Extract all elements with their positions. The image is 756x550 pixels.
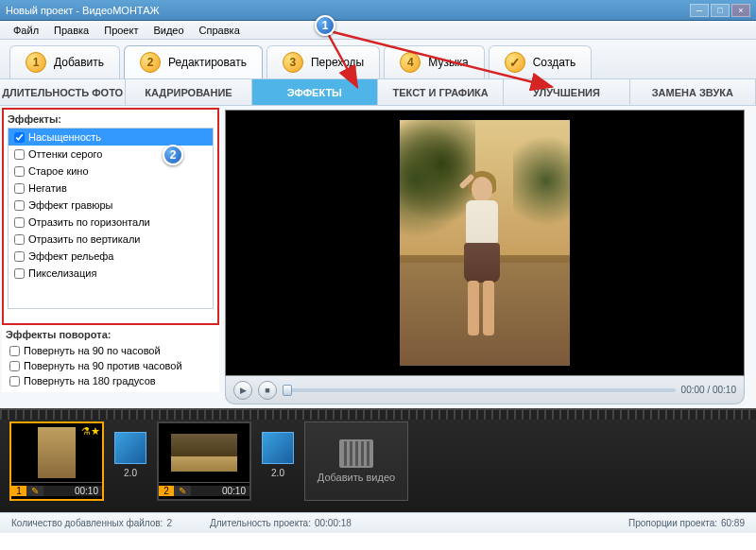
effects-list[interactable]: НасыщенностьОттенки серогоСтарое киноНег… <box>8 128 214 309</box>
clip-edit-icon[interactable]: ✎ <box>174 486 191 496</box>
effect-checkbox[interactable] <box>14 251 25 262</box>
timeline-transition-2[interactable]: 2.0 <box>257 421 299 478</box>
stop-button[interactable]: ■ <box>258 381 277 400</box>
effect-item[interactable]: Насыщенность <box>9 129 213 146</box>
effect-item[interactable]: Оттенки серого <box>9 146 213 163</box>
effects-title: Эффекты: <box>8 113 214 125</box>
player-controls: ▶ ■ 00:00 / 00:10 <box>225 376 745 404</box>
subtab-photo-duration[interactable]: ДЛИТЕЛЬНОСТЬ ФОТО <box>0 79 126 105</box>
effect-item[interactable]: Пикселизация <box>9 265 213 282</box>
effect-item[interactable]: Эффект рельефа <box>9 248 213 265</box>
timeline-clip-2[interactable]: 2 ✎ 00:10 <box>157 421 251 501</box>
rotation-item[interactable]: Повернуть на 90 против часовой <box>6 358 215 373</box>
effect-label: Отразить по вертикали <box>28 233 140 245</box>
effect-checkbox[interactable] <box>14 166 25 177</box>
tab-add[interactable]: 1 Добавить <box>9 45 120 78</box>
status-files-label: Количество добавленных файлов: <box>11 518 163 528</box>
effect-checkbox[interactable] <box>14 183 25 194</box>
add-video-button[interactable]: Добавить видео <box>304 421 408 501</box>
rotation-checkbox[interactable] <box>9 361 20 371</box>
menu-video[interactable]: Видео <box>146 23 191 38</box>
tab-music[interactable]: 4 Музыка <box>384 45 484 78</box>
effect-checkbox[interactable] <box>14 200 25 211</box>
statusbar: Количество добавленных файлов: 2 Длитель… <box>0 512 756 533</box>
subtab-effects[interactable]: ЭФФЕКТЫ <box>252 79 378 105</box>
clip-index: 1 <box>11 486 26 496</box>
menu-edit[interactable]: Правка <box>46 23 96 38</box>
transition-duration: 2.0 <box>271 468 284 478</box>
effect-checkbox[interactable] <box>14 132 25 143</box>
clip-time: 00:10 <box>191 486 249 496</box>
add-video-label: Добавить видео <box>318 472 395 483</box>
timeline-transition-1[interactable]: 2.0 <box>110 421 151 478</box>
tab-create-label: Создать <box>533 56 576 69</box>
effect-label: Старое кино <box>28 165 89 177</box>
timeline[interactable]: ⚗★ 1 ✎ 00:10 2.0 2 ✎ 00:10 2.0 Добавить … <box>0 408 756 512</box>
status-duration-label: Длительность проекта: <box>210 518 311 528</box>
transition-duration: 2.0 <box>124 468 137 478</box>
effect-label: Отразить по горизонтали <box>28 216 150 228</box>
effect-item[interactable]: Негатив <box>9 180 213 197</box>
effect-item[interactable]: Старое кино <box>9 163 213 180</box>
rotation-checkbox[interactable] <box>9 346 20 356</box>
subtab-enhance[interactable]: УЛУЧШЕНИЯ <box>504 79 629 105</box>
left-panel: Эффекты: НасыщенностьОттенки серогоСтаро… <box>0 106 221 408</box>
status-duration-value: 00:00:18 <box>315 518 352 528</box>
film-icon <box>339 439 373 468</box>
rotations-box: Эффекты поворота: Повернуть на 90 по час… <box>2 325 219 392</box>
effect-checkbox[interactable] <box>14 268 25 279</box>
minimize-button[interactable]: ─ <box>690 4 709 17</box>
tab-edit[interactable]: 2 Редактировать <box>124 45 263 78</box>
preview-video <box>225 110 745 376</box>
effect-label: Насыщенность <box>28 131 101 143</box>
tab-add-label: Добавить <box>54 56 104 69</box>
effect-label: Эффект гравюры <box>28 199 113 211</box>
close-button[interactable]: × <box>731 4 750 17</box>
subtab-text[interactable]: ТЕКСТ И ГРАФИКА <box>378 79 504 105</box>
menu-help[interactable]: Справка <box>192 23 248 38</box>
effects-box: Эффекты: НасыщенностьОттенки серогоСтаро… <box>2 108 219 325</box>
rotation-label: Повернуть на 90 по часовой <box>24 345 161 356</box>
tab-transitions[interactable]: 3 Переходы <box>266 45 380 78</box>
seek-knob[interactable] <box>283 385 292 396</box>
step-4-icon: 4 <box>400 52 421 73</box>
effect-item[interactable]: Эффект гравюры <box>9 197 213 214</box>
transition-icon <box>262 432 294 464</box>
effect-item[interactable]: Отразить по вертикали <box>9 231 213 248</box>
step-check-icon: ✓ <box>505 52 525 73</box>
effect-label: Оттенки серого <box>28 148 102 160</box>
step-3-icon: 3 <box>283 52 303 73</box>
status-files-value: 2 <box>166 518 172 528</box>
play-button[interactable]: ▶ <box>233 381 252 400</box>
clip-thumb <box>159 423 249 482</box>
status-ratio-label: Пропорции проекта: <box>628 518 717 528</box>
effect-label: Пикселизация <box>28 267 96 279</box>
effect-checkbox[interactable] <box>14 217 25 228</box>
rotation-item[interactable]: Повернуть на 90 по часовой <box>6 343 215 358</box>
rotation-item[interactable]: Повернуть на 180 градусов <box>6 373 215 388</box>
clip-edit-icon[interactable]: ✎ <box>26 486 43 496</box>
timeline-clip-1[interactable]: ⚗★ 1 ✎ 00:10 <box>9 421 104 501</box>
sub-tabs: ДЛИТЕЛЬНОСТЬ ФОТО КАДРИРОВАНИЕ ЭФФЕКТЫ Т… <box>0 79 756 106</box>
effect-checkbox[interactable] <box>14 149 25 160</box>
effect-item[interactable]: Отразить по горизонтали <box>9 214 213 231</box>
status-ratio-value: 60:89 <box>721 518 745 528</box>
tab-create[interactable]: ✓ Создать <box>489 45 593 78</box>
rotation-checkbox[interactable] <box>9 376 20 387</box>
menu-file[interactable]: Файл <box>6 23 46 38</box>
tab-edit-label: Редактировать <box>168 56 247 69</box>
seek-slider[interactable] <box>283 388 676 392</box>
rotation-label: Повернуть на 180 градусов <box>24 375 156 387</box>
tab-music-label: Музыка <box>428 56 468 69</box>
window-title: Новый проект - ВидеоМОНТАЖ <box>6 5 160 16</box>
subtab-audio[interactable]: ЗАМЕНА ЗВУКА <box>630 79 756 105</box>
rotations-list: Повернуть на 90 по часовойПовернуть на 9… <box>6 343 215 388</box>
rotations-title: Эффекты поворота: <box>6 329 215 340</box>
tab-transitions-label: Переходы <box>311 56 364 69</box>
maximize-button[interactable]: □ <box>711 4 730 17</box>
effect-label: Эффект рельефа <box>28 250 113 262</box>
menu-project[interactable]: Проект <box>96 23 146 38</box>
effect-checkbox[interactable] <box>14 234 25 245</box>
titlebar: Новый проект - ВидеоМОНТАЖ ─ □ × <box>0 0 756 21</box>
subtab-crop[interactable]: КАДРИРОВАНИЕ <box>126 79 251 105</box>
